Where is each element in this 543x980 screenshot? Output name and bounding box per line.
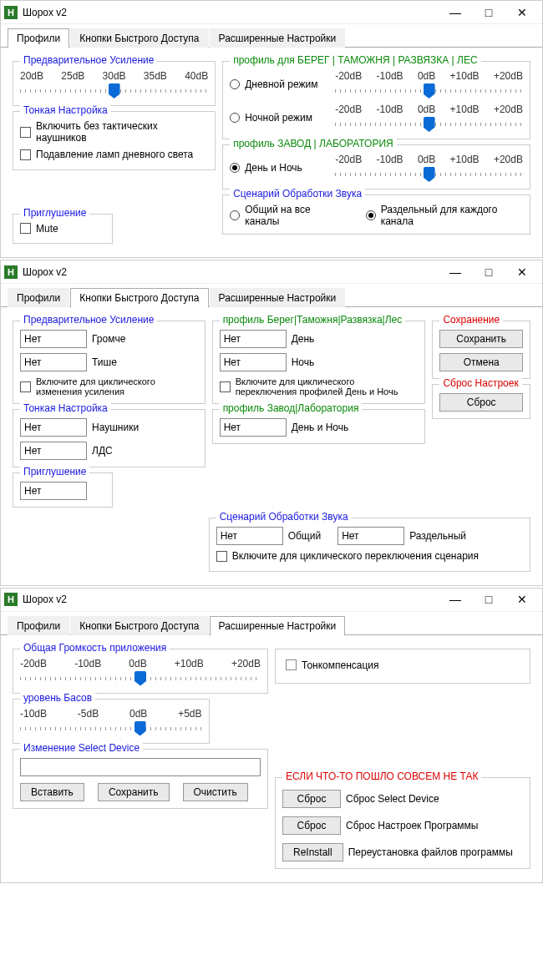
- mute-input[interactable]: [20, 482, 87, 500]
- group-title: уровень Басов: [20, 692, 95, 704]
- checkbox-cyclic-profile[interactable]: Включите для циклического переключения п…: [220, 376, 419, 397]
- close-button[interactable]: ✕: [505, 262, 539, 282]
- preamp-slider[interactable]: [20, 83, 208, 99]
- tick: 40dB: [185, 70, 208, 82]
- app-icon: H: [4, 265, 18, 279]
- save-device-button[interactable]: Сохранить: [98, 783, 170, 801]
- label: Переустановка файлов программы: [348, 846, 513, 858]
- close-button[interactable]: ✕: [505, 589, 539, 609]
- checkbox-label: Включите для циклического переключения п…: [236, 376, 419, 397]
- reinstall-button[interactable]: ReInstall: [282, 843, 343, 861]
- group-panic: ЕСЛИ ЧТО-ТО ПОШЛО СОВСЕМ НЕ ТАК СбросСбр…: [275, 777, 530, 869]
- group-title: Сценарий Обработки Звука: [230, 188, 365, 200]
- tick: 35dB: [144, 70, 167, 82]
- night-input[interactable]: [220, 353, 287, 371]
- radio-label: Общий на все каналы: [245, 204, 340, 227]
- radio-night[interactable]: [230, 113, 240, 123]
- cancel-button[interactable]: Отмена: [439, 353, 523, 371]
- device-input[interactable]: [20, 758, 261, 776]
- titlebar[interactable]: H Шорох v2 — □ ✕: [1, 1, 542, 24]
- bass-slider[interactable]: [20, 721, 202, 736]
- radio-daynight[interactable]: [230, 163, 240, 173]
- group-title: профиль Завод|Лаборатория: [220, 402, 363, 414]
- separate-input[interactable]: [337, 527, 404, 545]
- checkbox-cyclic-preamp[interactable]: Включите для циклического изменения усил…: [20, 376, 198, 397]
- radio-label: Раздельный для каждого канала: [381, 204, 523, 227]
- tab-quick[interactable]: Кнопки Быстрого Доступа: [70, 28, 208, 48]
- tab-advanced[interactable]: Расширенные Настройки: [210, 288, 346, 307]
- shared-input[interactable]: [216, 527, 283, 545]
- lds-input[interactable]: [20, 442, 87, 460]
- group-profile-bereg: профиль для БЕРЕГ | ТАМОЖНЯ | РАЗВЯЗКА |…: [222, 61, 530, 139]
- tab-advanced[interactable]: Расширенные Настройки: [210, 28, 346, 48]
- group-title: Приглушение: [20, 466, 89, 477]
- group-zavod: профиль Завод|Лаборатория День и Ночь: [212, 409, 426, 444]
- tick: 20dB: [20, 70, 43, 82]
- tab-profiles[interactable]: Профили: [8, 616, 69, 635]
- daynight-input[interactable]: [220, 418, 287, 437]
- minimize-button[interactable]: —: [439, 262, 472, 282]
- group-title: профиль Берег|Таможня|Развязка|Лес: [220, 314, 406, 326]
- minimize-button[interactable]: —: [439, 3, 472, 23]
- maximize-button[interactable]: □: [472, 3, 505, 23]
- day-input[interactable]: [220, 330, 287, 348]
- tick: 0dB: [418, 104, 435, 115]
- group-profile-zavod: профиль ЗАВОД | ЛАБОРАТОРИЯ День и Ночь …: [222, 144, 530, 189]
- reset-device-button[interactable]: Сброс: [282, 790, 341, 808]
- tab-quick[interactable]: Кнопки Быстрого Доступа: [70, 288, 208, 307]
- tick: +20dB: [231, 658, 261, 669]
- tick: +10dB: [450, 154, 480, 165]
- zavod-slider[interactable]: [335, 167, 523, 182]
- label: Ночь: [292, 356, 315, 368]
- checkbox-lamp-suppress[interactable]: Подавление ламп дневного света: [20, 149, 193, 160]
- volume-slider[interactable]: [20, 671, 261, 686]
- group-bereg: профиль Берег|Таможня|Развязка|Лес День …: [212, 321, 426, 404]
- tick: +20dB: [494, 104, 523, 115]
- maximize-button[interactable]: □: [472, 589, 505, 609]
- group-title: Предварительное Усиление: [20, 314, 157, 326]
- tick: 0dB: [129, 658, 146, 669]
- maximize-button[interactable]: □: [472, 262, 505, 282]
- tick: +5dB: [178, 708, 201, 720]
- minimize-button[interactable]: —: [439, 589, 472, 609]
- label: День и Ночь: [292, 422, 349, 433]
- clear-button[interactable]: Очистить: [183, 783, 248, 801]
- tick: 0dB: [418, 70, 435, 82]
- tab-quick[interactable]: Кнопки Быстрого Доступа: [70, 616, 208, 635]
- label: Раздельный: [409, 530, 466, 542]
- louder-input[interactable]: [20, 330, 87, 348]
- headphones-input[interactable]: [20, 418, 87, 437]
- tab-profiles[interactable]: Профили: [8, 288, 69, 307]
- checkbox-mute[interactable]: Mute: [20, 223, 58, 235]
- titlebar[interactable]: H Шорох v2 — □ ✕: [1, 589, 542, 612]
- tick: +10dB: [450, 70, 480, 82]
- tabs: Профили Кнопки Быстрого Доступа Расширен…: [1, 284, 542, 307]
- checkbox-label: Mute: [36, 223, 58, 235]
- titlebar[interactable]: H Шорох v2 — □ ✕: [1, 260, 542, 284]
- close-button[interactable]: ✕: [505, 3, 539, 23]
- group-title: Приглушение: [20, 207, 89, 219]
- radio-separate[interactable]: [366, 210, 376, 220]
- group-title: профиль для БЕРЕГ | ТАМОЖНЯ | РАЗВЯЗКА |…: [230, 54, 480, 66]
- radio-shared[interactable]: [230, 210, 240, 220]
- checkbox-label: Подавление ламп дневного света: [36, 149, 193, 160]
- night-slider[interactable]: [335, 117, 523, 132]
- tabs: Профили Кнопки Быстрого Доступа Расширен…: [1, 612, 542, 635]
- tab-profiles[interactable]: Профили: [8, 28, 69, 48]
- tick: -10dB: [377, 104, 403, 115]
- group-mute: Приглушение: [13, 472, 113, 508]
- paste-button[interactable]: Вставить: [20, 783, 84, 801]
- radio-day[interactable]: [230, 79, 240, 89]
- checkbox-tone[interactable]: Тонкомпенсация: [286, 659, 379, 671]
- tick: -20dB: [335, 154, 362, 165]
- reset-button[interactable]: Сброс: [439, 393, 523, 412]
- tab-advanced[interactable]: Расширенные Настройки: [210, 616, 346, 635]
- reset-settings-button[interactable]: Сброс: [282, 816, 341, 835]
- save-button[interactable]: Сохранить: [439, 330, 523, 348]
- checkbox-cyclic-scenario[interactable]: Включите для циклического переключения с…: [216, 550, 479, 562]
- quieter-input[interactable]: [20, 353, 87, 371]
- day-slider[interactable]: [335, 83, 523, 99]
- tick: 25dB: [61, 70, 84, 82]
- checkbox-no-headset[interactable]: Включить без тактических наушников: [20, 120, 208, 144]
- tick: -10dB: [377, 154, 403, 165]
